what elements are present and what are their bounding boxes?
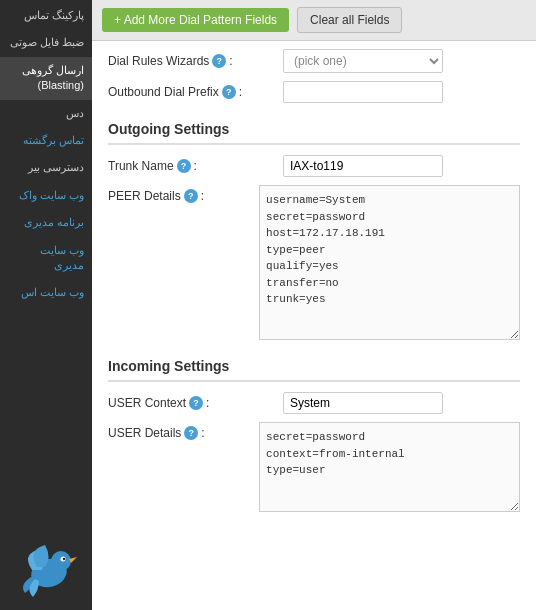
- dial-rules-help-icon[interactable]: ?: [212, 54, 226, 68]
- svg-point-3: [63, 558, 65, 560]
- user-details-row: USER Details ? : secret=password context…: [108, 422, 520, 512]
- trunk-name-label: Trunk Name ? :: [108, 159, 283, 173]
- sidebar-item-web-s[interactable]: وب سایت اس: [0, 279, 92, 306]
- sidebar-logo: [2, 520, 92, 610]
- trunk-name-row: Trunk Name ? :: [108, 155, 520, 177]
- add-fields-button[interactable]: + Add More Dial Pattern Fields: [102, 8, 289, 32]
- sidebar: پارکینگ تماس ضبط فایل صوتی ارسال گروهی (…: [0, 0, 92, 610]
- user-details-help-icon[interactable]: ?: [184, 426, 198, 440]
- dial-rules-label: Dial Rules Wizards ? :: [108, 54, 283, 68]
- sidebar-item-web-walk[interactable]: وب سایت واک: [0, 182, 92, 209]
- sidebar-item-web-admin[interactable]: وب سایت مدیری: [0, 237, 92, 280]
- dial-rules-row: Dial Rules Wizards ? : (pick one): [108, 49, 520, 73]
- outbound-prefix-input[interactable]: [283, 81, 443, 103]
- trunk-name-input[interactable]: [283, 155, 443, 177]
- dial-rules-select[interactable]: (pick one): [283, 49, 443, 73]
- user-context-row: USER Context ? :: [108, 392, 520, 414]
- sidebar-item-des[interactable]: دس: [0, 100, 92, 127]
- outbound-prefix-label: Outbound Dial Prefix ? :: [108, 85, 283, 99]
- sidebar-item-access[interactable]: دسترسی بیر: [0, 154, 92, 181]
- user-context-input[interactable]: [283, 392, 443, 414]
- trunk-name-help-icon[interactable]: ?: [177, 159, 191, 173]
- main-content: + Add More Dial Pattern Fields Clear all…: [92, 0, 536, 610]
- peer-details-label: PEER Details ? :: [108, 185, 259, 203]
- toolbar: + Add More Dial Pattern Fields Clear all…: [92, 0, 536, 41]
- outgoing-settings-heading: Outgoing Settings: [108, 111, 520, 145]
- sidebar-item-blasting[interactable]: ارسال گروهی (Blasting): [0, 57, 92, 100]
- user-details-textarea[interactable]: secret=password context=from-internal ty…: [259, 422, 520, 512]
- outbound-prefix-row: Outbound Dial Prefix ? :: [108, 81, 520, 103]
- user-details-label: USER Details ? :: [108, 422, 259, 440]
- sidebar-item-program-admin[interactable]: برنامه مدیری: [0, 209, 92, 236]
- user-context-label: USER Context ? :: [108, 396, 283, 410]
- sidebar-item-callback[interactable]: تماس برگشته: [0, 127, 92, 154]
- peer-details-textarea[interactable]: username=System secret=password host=172…: [259, 185, 520, 340]
- sidebar-item-record[interactable]: ضبط فایل صوتی: [0, 29, 92, 56]
- form-section: Dial Rules Wizards ? : (pick one) Outbou…: [92, 41, 536, 528]
- outbound-prefix-help-icon[interactable]: ?: [222, 85, 236, 99]
- svg-point-1: [51, 551, 71, 571]
- clear-fields-button[interactable]: Clear all Fields: [297, 7, 402, 33]
- incoming-settings-heading: Incoming Settings: [108, 348, 520, 382]
- peer-details-help-icon[interactable]: ?: [184, 189, 198, 203]
- peer-details-row: PEER Details ? : username=System secret=…: [108, 185, 520, 340]
- sidebar-item-parking[interactable]: پارکینگ تماس: [0, 2, 92, 29]
- user-context-help-icon[interactable]: ?: [189, 396, 203, 410]
